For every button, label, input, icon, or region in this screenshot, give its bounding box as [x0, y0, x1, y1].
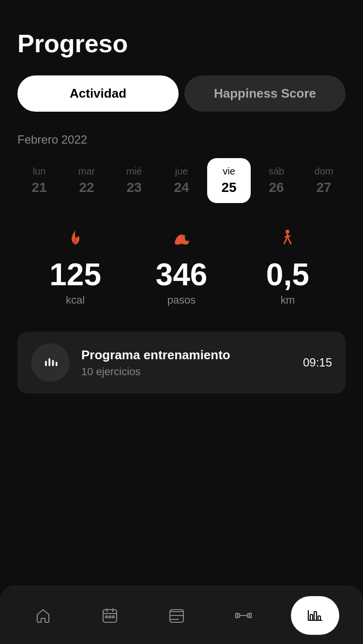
fire-icon — [65, 228, 86, 254]
svg-rect-3 — [52, 360, 54, 366]
day-number-mie: 23 — [126, 180, 141, 195]
day-name-dom: dom — [315, 166, 333, 177]
day-number-lun: 21 — [31, 180, 46, 195]
stat-km: 0,5 km — [235, 228, 341, 307]
kcal-value: 125 — [49, 259, 101, 290]
stat-kcal: 125 kcal — [22, 228, 128, 307]
km-value: 0,5 — [266, 259, 309, 290]
month-label: Febrero 2022 — [17, 133, 346, 146]
svg-rect-12 — [236, 613, 238, 618]
day-name-vie: vie — [223, 166, 235, 177]
nav-dumbbell[interactable] — [224, 596, 263, 635]
svg-rect-4 — [56, 362, 58, 366]
day-name-lun: lun — [33, 166, 46, 177]
day-name-mar: mar — [78, 166, 95, 177]
stat-pasos: 346 pasos — [128, 228, 234, 307]
day-cell-vie[interactable]: vie 25 — [207, 158, 251, 203]
day-number-dom: 27 — [316, 180, 331, 195]
km-label: km — [281, 294, 295, 307]
tab-happiness[interactable]: Happiness Score — [184, 75, 346, 112]
svg-point-0 — [286, 230, 289, 234]
activity-time: 09:15 — [303, 356, 332, 369]
activity-card[interactable]: Programa entrenamiento 10 ejercicios 09:… — [17, 332, 346, 394]
svg-rect-7 — [109, 616, 111, 618]
svg-rect-16 — [318, 616, 320, 620]
svg-rect-2 — [48, 358, 50, 366]
shoe-icon — [171, 228, 192, 254]
activity-title: Programa entrenamiento — [81, 348, 291, 363]
day-name-jue: jue — [175, 166, 188, 177]
day-number-sab: 26 — [269, 180, 284, 195]
activity-info: Programa entrenamiento 10 ejercicios — [81, 348, 291, 378]
day-cell-dom[interactable]: dom 27 — [302, 158, 346, 203]
bottom-nav — [0, 586, 363, 644]
week-grid: lun 21 mar 22 mié 23 jue 24 vie 25 sáb 2… — [17, 158, 346, 203]
svg-rect-14 — [310, 615, 313, 620]
day-cell-lun[interactable]: lun 21 — [17, 158, 61, 203]
nav-chart[interactable] — [291, 596, 339, 635]
svg-rect-1 — [45, 361, 47, 366]
tab-switcher: Actividad Happiness Score — [17, 75, 346, 112]
svg-rect-6 — [106, 616, 107, 618]
day-name-sab: sáb — [269, 166, 284, 177]
pasos-value: 346 — [156, 259, 208, 290]
walk-icon — [277, 228, 298, 254]
svg-rect-8 — [112, 616, 114, 618]
tab-actividad[interactable]: Actividad — [17, 75, 179, 112]
day-cell-mar[interactable]: mar 22 — [65, 158, 108, 203]
day-name-mie: mié — [126, 166, 142, 177]
pasos-label: pasos — [167, 294, 196, 307]
svg-rect-15 — [314, 612, 317, 620]
day-number-mar: 22 — [79, 180, 94, 195]
nav-calendar[interactable] — [91, 596, 129, 635]
day-cell-mie[interactable]: mié 23 — [112, 158, 156, 203]
day-number-jue: 24 — [174, 180, 189, 195]
activity-subtitle: 10 ejercicios — [81, 366, 291, 378]
kcal-label: kcal — [66, 294, 85, 307]
svg-rect-13 — [249, 613, 251, 618]
day-number-vie: 25 — [221, 180, 236, 195]
nav-list[interactable] — [157, 596, 196, 635]
stats-row: 125 kcal 346 pasos — [17, 228, 346, 307]
day-cell-sab[interactable]: sáb 26 — [255, 158, 298, 203]
activity-icon — [31, 343, 70, 382]
page-title: Progreso — [17, 29, 346, 58]
day-cell-jue[interactable]: jue 24 — [160, 158, 203, 203]
nav-home[interactable] — [24, 596, 62, 635]
